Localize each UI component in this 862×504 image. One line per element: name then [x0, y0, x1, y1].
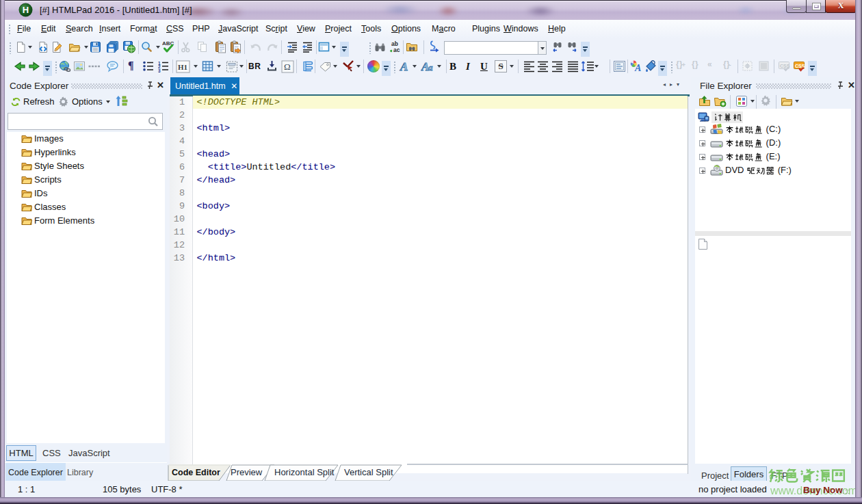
svg-text:H1: H1 [178, 63, 187, 71]
svg-text:CSS: CSS [795, 64, 805, 68]
svg-text:Vertical Split: Vertical Split [344, 467, 393, 477]
svg-text:A: A [400, 60, 408, 73]
svg-text:A: A [634, 63, 641, 73]
svg-text:ac: ac [393, 47, 400, 53]
svg-text:a: a [428, 62, 433, 72]
svg-text:Horizontal Split: Horizontal Split [274, 467, 335, 477]
svg-text:Code Editor: Code Editor [172, 468, 220, 477]
svg-text:Preview: Preview [231, 467, 263, 477]
svg-text:Ω: Ω [284, 62, 291, 72]
svg-text:CSS: CSS [780, 64, 790, 68]
svg-text:3: 3 [158, 68, 161, 73]
svg-text:H: H [23, 5, 29, 15]
